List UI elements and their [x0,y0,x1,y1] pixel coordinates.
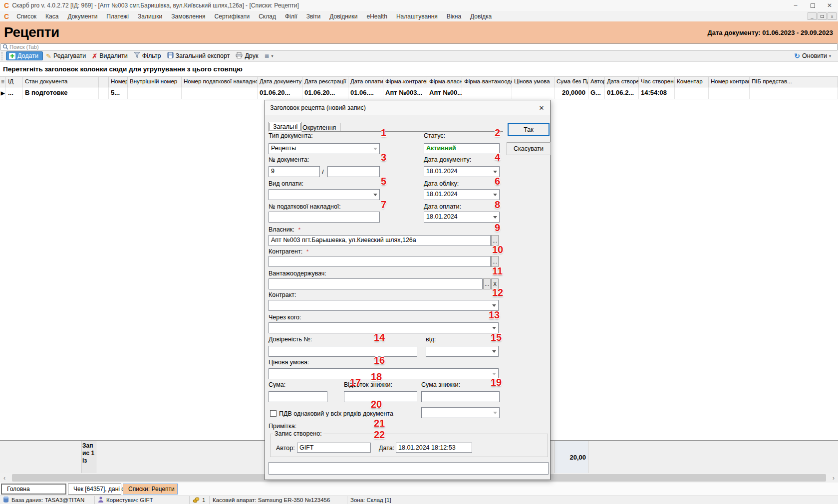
tab-rounding[interactable]: Округлення [298,123,340,132]
delete-button[interactable]: ✗ Видалити [89,52,130,60]
column-header[interactable]: Фірма-вантажоодерж... [462,77,512,87]
column-header[interactable]: Стан документа [23,77,99,87]
table-cell[interactable]: 01.06.... [348,87,383,99]
discount-sum-input[interactable] [421,391,500,402]
column-header[interactable] [99,77,109,87]
menu-item[interactable]: Сертифікати [210,13,255,20]
export-button[interactable]: Загальний експорт [164,51,233,60]
table-cell[interactable] [99,87,109,99]
vat-checkbox[interactable] [270,410,277,417]
column-header[interactable]: ІД [6,77,23,87]
print-button[interactable]: Друк [233,51,261,60]
proxy-number-input[interactable] [269,346,417,357]
menu-item[interactable]: Довідники [325,13,362,20]
contract-select[interactable] [269,300,499,311]
column-header[interactable]: Внутрішній номер [128,77,182,87]
menu-item[interactable]: Звіти [302,13,325,20]
mdi-minimize-button[interactable]: _ [808,12,817,20]
tab-general[interactable]: Загальні [269,122,302,132]
table-cell[interactable]: 01.06.20... [302,87,348,99]
column-header[interactable]: Цінова умова [512,77,555,87]
table-cell[interactable]: Апт №003... [383,87,427,99]
column-header[interactable]: Дата оплати [348,77,383,87]
column-header[interactable]: Фірма-контрагент [383,77,427,87]
menu-item[interactable]: Каса [41,13,63,20]
menu-item[interactable]: Залишки [133,13,167,20]
menu-item[interactable]: Довідка [466,13,496,20]
doc-date-select[interactable]: 18.01.2024 [424,166,500,177]
pay-date-select[interactable]: 18.01.2024 [424,212,500,223]
bottom-tab-lists-recipes[interactable]: Списки: Рецепти [123,484,178,495]
column-header[interactable]: Час створення [639,77,675,87]
menu-item[interactable]: Філії [280,13,302,20]
edit-button[interactable]: ✎ Редагувати [43,52,89,60]
table-cell[interactable] [512,87,555,99]
column-header[interactable]: Дата документу [258,77,302,87]
table-cell[interactable]: 01.06.20... [258,87,302,99]
table-cell[interactable] [182,87,258,99]
table-cell[interactable] [462,87,512,99]
menu-item[interactable]: Вікна [442,13,466,20]
column-header[interactable]: Дата реєстрації [302,77,348,87]
refresh-button[interactable]: ↻ Оновити ▾ [791,51,834,60]
column-header[interactable]: Номер податкової накладної [182,77,258,87]
menu-item[interactable]: Замовлення [167,13,210,20]
search-input[interactable] [9,44,837,50]
menu-item[interactable]: Платежі [102,13,133,20]
column-header[interactable]: Дата створе... [605,77,639,87]
table-cell[interactable]: 20,0000 [555,87,588,99]
column-header[interactable]: Номер [109,77,128,87]
account-date-select[interactable]: 18.01.2024 [424,189,500,200]
bottom-tab-cheque[interactable]: Чек [64357], дані о ... [68,484,121,495]
column-header[interactable]: Коментар [675,77,709,87]
doc-number-suffix-input[interactable] [327,166,380,177]
scroll-left-arrow[interactable]: ‹ [0,475,9,482]
table-cell[interactable]: G... [588,87,605,99]
menu-item[interactable]: Налаштування [392,13,442,20]
sum-input[interactable] [269,391,327,402]
vat-rate-select[interactable] [421,407,500,418]
column-header[interactable]: Сума без ПДВ): [555,77,588,87]
cancel-button[interactable]: Скасувати [507,142,551,155]
payment-type-select[interactable] [269,189,380,200]
menu-item[interactable]: eHealth [362,13,392,20]
maximize-button[interactable] [804,0,821,11]
view-options-button[interactable]: ≣ ▾ [261,52,276,60]
consignee-browse-button[interactable]: … [483,278,491,289]
table-cell[interactable]: 01.06.2... [605,87,639,99]
note-input[interactable] [269,462,549,475]
table-cell[interactable]: Апт №00... [427,87,462,99]
table-cell[interactable]: ... [6,87,23,99]
mdi-close-button[interactable]: x [828,12,837,20]
proxy-from-select[interactable] [426,346,499,357]
mdi-restore-button[interactable] [818,12,827,20]
consignee-input[interactable] [269,278,483,289]
tax-invoice-input[interactable] [269,212,380,223]
contractor-input[interactable] [269,256,491,267]
table-row[interactable]: ▶ ...В подготовке5...01.06.20...01.06.20… [0,87,838,99]
menu-item[interactable]: Список [12,13,41,20]
column-header[interactable]: Автор [588,77,605,87]
price-condition-select[interactable] [269,368,499,379]
close-button[interactable]: ✕ [821,0,838,11]
filter-button[interactable]: Фільтр [131,51,164,60]
dialog-close-button[interactable]: ✕ [537,103,546,112]
doc-type-select[interactable]: Рецепты [269,143,380,154]
table-cell[interactable]: В подготовке [23,87,99,99]
doc-number-input[interactable]: 9 [269,166,320,177]
menu-item[interactable]: Склад [254,13,280,20]
table-cell[interactable] [750,87,838,99]
column-header[interactable]: Фірма-власник [427,77,462,87]
table-cell[interactable]: 5... [109,87,128,99]
add-button[interactable]: + Додати [6,51,43,60]
ok-button[interactable]: Так [508,123,550,136]
table-cell[interactable] [128,87,182,99]
minimize-button[interactable]: – [787,0,804,11]
table-cell[interactable] [675,87,709,99]
column-header[interactable]: ПІБ представ... [750,77,838,87]
owner-input[interactable]: Апт №003 пгт.Барышевка, ул.Киевский шлях… [269,235,491,246]
table-cell[interactable] [709,87,750,99]
column-header[interactable]: Номер контракту [709,77,750,87]
scroll-right-arrow[interactable]: › [829,475,838,482]
bottom-tab-main[interactable]: Головна [1,484,66,495]
